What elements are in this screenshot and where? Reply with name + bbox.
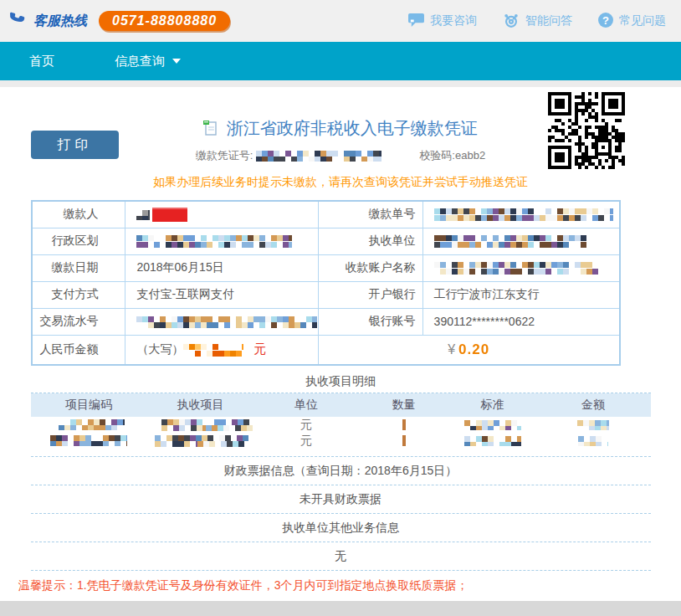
yuan-suffix: 元 xyxy=(253,341,266,356)
check-code-label: 校验码: xyxy=(419,149,455,162)
field-label: 收款账户名称 xyxy=(319,254,422,281)
none-text: 无 xyxy=(0,542,681,570)
field-label: 银行账号 xyxy=(319,308,422,335)
tip-text: 温馨提示：1.凭电子缴款凭证号及身份有效证件，3个月内可到指定地点换取纸质票据； xyxy=(18,578,681,593)
voucher-page: 打印 浙江省政府非税收入电子缴款凭证 缴款凭证号: 校验码:eabb2 如果办理… xyxy=(0,87,681,601)
field-label: 缴款人 xyxy=(32,201,125,228)
col-header: 标准 xyxy=(449,398,535,413)
link-consult[interactable]: 我要咨询 xyxy=(407,13,477,30)
warning-text: 如果办理后续业务时提示未缴款，请再次查询该凭证并尝试手动推送凭证 xyxy=(0,175,681,190)
bottom-strip xyxy=(0,601,681,616)
chevron-down-icon xyxy=(172,59,181,64)
amount-row: 人民币金额 （大写） 元 ¥0.20 xyxy=(32,335,620,365)
payer-value xyxy=(125,201,319,228)
main-nav: 首页 信息查询 xyxy=(0,42,681,80)
table-row: 行政区划 执收单位 xyxy=(32,228,620,254)
divider-strip xyxy=(0,80,681,87)
items-table-row: 元 xyxy=(31,417,651,433)
region-value xyxy=(125,228,319,254)
redacted-voucher-no xyxy=(256,151,381,162)
table-row: 缴款日期 2018年06月15日 收款账户名称 xyxy=(32,254,620,281)
amount-words-value: （大写） 元 xyxy=(125,335,319,365)
field-label: 执收单位 xyxy=(319,228,422,254)
table-row: 支付方式 支付宝-互联网支付 开户银行 工行宁波市江东支行 xyxy=(32,281,620,308)
nav-item-info-query[interactable]: 信息查询 xyxy=(115,54,181,69)
col-header: 执收项目 xyxy=(146,398,254,413)
field-label: 交易流水号 xyxy=(32,308,125,335)
field-label: 支付方式 xyxy=(32,281,125,308)
print-button[interactable]: 打印 xyxy=(31,131,119,159)
col-header: 单位 xyxy=(254,398,358,413)
col-header: 项目编码 xyxy=(31,398,146,413)
order-no-value xyxy=(422,201,620,228)
hotline-label: 客服热线 xyxy=(33,13,87,30)
link-faq[interactable]: ? 常见问题 xyxy=(597,12,666,31)
other-business-title: 执收单位其他业务信息 xyxy=(0,514,681,542)
transaction-no-value xyxy=(125,308,319,335)
page-title: 浙江省政府非税收入电子缴款凭证 xyxy=(227,119,478,137)
fiscal-receipt-info: 财政票据信息（查询日期：2018年6月15日） xyxy=(0,457,681,485)
svg-text:?: ? xyxy=(602,13,609,26)
top-links: 我要咨询 智能问答 xyxy=(407,11,666,32)
link-smart-qa[interactable]: 智能问答 xyxy=(502,11,572,32)
pay-date-value: 2018年06月15日 xyxy=(125,254,319,281)
table-row: 缴款人 缴款单号 xyxy=(32,201,620,228)
amount-figure-cell: ¥0.20 xyxy=(319,335,620,365)
col-header: 数量 xyxy=(358,398,449,413)
speech-bubble-icon xyxy=(407,13,425,30)
top-header: 客服热线 0571-88808880 我要咨询 xyxy=(0,0,681,42)
field-label: 缴款日期 xyxy=(32,254,125,281)
redacted-qty xyxy=(402,419,406,430)
items-section-title: 执收项目明细 xyxy=(0,374,681,389)
currency-symbol: ¥ xyxy=(448,342,455,357)
unit-value: 元 xyxy=(254,434,358,449)
hotline: 客服热线 0571-88808880 xyxy=(7,8,230,33)
robot-icon xyxy=(502,11,520,32)
pay-method-value: 支付宝-互联网支付 xyxy=(125,281,319,308)
amount-value: 0.20 xyxy=(458,341,489,357)
redacted-block xyxy=(152,208,187,222)
dashed-divider xyxy=(31,570,651,571)
check-code-value: eabb2 xyxy=(455,149,485,162)
field-label: 人民币金额 xyxy=(32,335,125,365)
field-label: 开户银行 xyxy=(319,281,422,308)
items-table-row: 元 xyxy=(31,433,651,449)
bank-name-value: 工行宁波市江东支行 xyxy=(422,281,620,308)
hotline-number-badge: 0571-88808880 xyxy=(99,11,230,31)
table-row: 交易流水号 银行账号 390112********0622 xyxy=(32,308,620,335)
qr-code xyxy=(548,92,625,169)
agency-value xyxy=(422,228,620,254)
col-header: 金额 xyxy=(535,398,651,413)
bank-account-value: 390112********0622 xyxy=(422,308,620,335)
unit-value: 元 xyxy=(254,418,358,433)
field-label: 行政区划 xyxy=(32,228,125,254)
account-name-value xyxy=(422,254,620,281)
document-icon xyxy=(203,121,217,140)
phone-icon xyxy=(7,8,28,33)
redacted-qty xyxy=(402,435,406,446)
field-label: 缴款单号 xyxy=(319,201,422,228)
question-circle-icon: ? xyxy=(597,12,614,31)
payment-info-table: 缴款人 缴款单号 行政区划 执收单位 缴款日期 2018年06月15日 收款账户… xyxy=(31,200,621,366)
items-table-header: 项目编码 执收项目 单位 数量 标准 金额 xyxy=(31,393,651,417)
voucher-no-label: 缴款凭证号: xyxy=(196,149,253,162)
nav-item-home[interactable]: 首页 xyxy=(29,54,54,69)
no-receipt-text: 未开具财政票据 xyxy=(0,485,681,513)
